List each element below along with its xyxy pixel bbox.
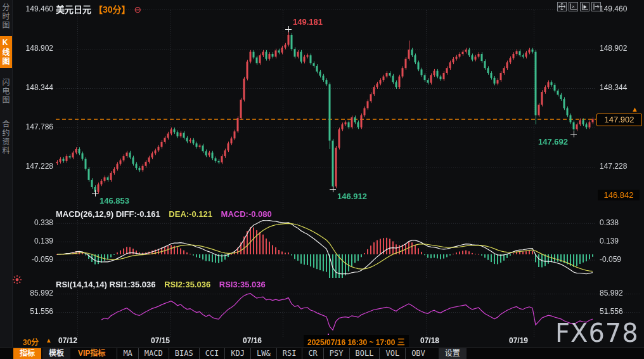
alert-burst-icon[interactable]	[12, 275, 22, 287]
period-dropdown-icon[interactable]: ▲	[46, 337, 52, 344]
sidebar-item-contract-info[interactable]: 合约资料	[0, 118, 12, 157]
expand-axis-icon[interactable]	[580, 2, 589, 11]
settings-button[interactable]: 设置	[439, 348, 467, 359]
y-axis-label: 147.228	[600, 162, 643, 171]
macd-axis-label: 0.338	[13, 218, 53, 227]
chart-title: 美元日元【30分】⊖	[56, 3, 141, 15]
rsi-axis-label: 85.992	[600, 289, 643, 297]
y-axis-label: 148.344	[13, 83, 53, 92]
period-selector[interactable]: 30分	[23, 336, 39, 347]
rsi-axis-label: 51.556	[13, 307, 53, 316]
y-axis-label: 149.460	[600, 4, 643, 13]
macd-axis-label: -0.059	[600, 255, 643, 264]
indicator-boll-button[interactable]: BOLL	[349, 348, 380, 359]
y-axis-label: 148.902	[13, 44, 53, 53]
macd-dea-value: DEA:-0.121	[169, 209, 212, 219]
tab-indicators[interactable]: 指标	[13, 348, 41, 359]
indicator-ma-button[interactable]: MA	[117, 348, 138, 359]
rsi-title: RSI(14,14,14) RSI1:35.036	[56, 280, 156, 289]
price-up-arrow-icon: ▲	[631, 105, 638, 113]
symbol-name: 美元日元	[56, 4, 91, 15]
indicator-bias-button[interactable]: BIAS	[169, 348, 199, 359]
sidebar-item-candle-chart[interactable]: K线图	[0, 36, 12, 68]
move-tool-icon[interactable]	[557, 2, 567, 11]
macd-axis-label: -0.059	[13, 255, 53, 264]
macd-axis-label: 0.139	[13, 237, 53, 245]
macd-title: MACD(26,12,9) DIFF:-0.161	[56, 209, 160, 219]
price-chart-canvas[interactable]	[0, 0, 644, 359]
date-tick: 07/12	[58, 336, 77, 345]
trading-app-window: 分时图 K线图 闪电图 合约资料 美元日元【30分】⊖ 149.460 148.…	[0, 0, 644, 359]
chart-type-sidebar: 分时图 K线图 闪电图 合约资料	[0, 0, 13, 359]
last-price-tag: 147.902	[596, 114, 642, 126]
indicator-lwr-button[interactable]: LW&	[250, 348, 276, 359]
tab-vip-indicators[interactable]: VIP指标	[72, 348, 112, 359]
remove-chart-icon[interactable]: ⊖	[134, 4, 142, 15]
indicator-obv-button[interactable]: OBV	[405, 348, 431, 359]
session-low-tag: 146.842	[598, 190, 640, 200]
macd-header: MACD(26,12,9) DIFF:-0.161 DEA:-0.121 MAC…	[56, 209, 272, 219]
date-tick: 07/19	[509, 336, 528, 345]
y-axis-label: 148.902	[600, 44, 643, 53]
date-tick: 07/15	[151, 336, 170, 345]
indicator-kdj-button[interactable]: KDJ	[224, 348, 250, 359]
date-tick: 07/16	[243, 336, 262, 345]
y-axis-label: 149.460	[13, 4, 53, 13]
hovered-candle-time-range: 2025/07/16 16:30 ~ 17:00 三	[304, 335, 409, 348]
y-axis-label: 147.786	[13, 122, 53, 131]
macd-axis-label: 0.139	[600, 237, 643, 245]
fx678-watermark: FX678	[555, 320, 639, 346]
y-axis-label: 147.228	[13, 162, 53, 171]
indicator-toolbar: 指标 模板 VIP指标 MA MACD BIAS CCI KDJ LW& RSI…	[0, 347, 644, 359]
rsi-axis-label: 51.556	[600, 307, 643, 316]
sidebar-item-lightning-chart[interactable]: 闪电图	[0, 76, 12, 107]
macd-axis-label: 0.338	[600, 218, 643, 227]
axis-tools	[557, 2, 601, 11]
rsi-header: RSI(14,14,14) RSI1:35.036 RSI2:35.036 RS…	[56, 280, 266, 289]
rsi-axis-label: 85.992	[13, 289, 53, 297]
indicator-vol-button[interactable]: VOL	[379, 348, 405, 359]
indicator-macd-button[interactable]: MACD	[138, 348, 169, 359]
tab-templates[interactable]: 模板	[42, 348, 70, 359]
rsi2-value: RSI2:35.036	[164, 280, 210, 289]
indicator-psy-button[interactable]: PSY	[323, 348, 349, 359]
indicator-rsi-button[interactable]: RSI	[276, 348, 302, 359]
indicator-cr-button[interactable]: CR	[302, 348, 323, 359]
date-tick: 07/18	[420, 336, 439, 345]
sidebar-item-time-chart[interactable]: 分时图	[0, 1, 12, 32]
compress-axis-icon[interactable]	[569, 2, 578, 11]
indicator-cci-button[interactable]: CCI	[199, 348, 225, 359]
macd-hist-value: MACD:-0.080	[221, 209, 272, 219]
y-axis-label: 148.344	[600, 83, 643, 92]
period-label: 【30分】	[94, 4, 131, 15]
rsi3-value: RSI3:35.036	[219, 280, 266, 289]
